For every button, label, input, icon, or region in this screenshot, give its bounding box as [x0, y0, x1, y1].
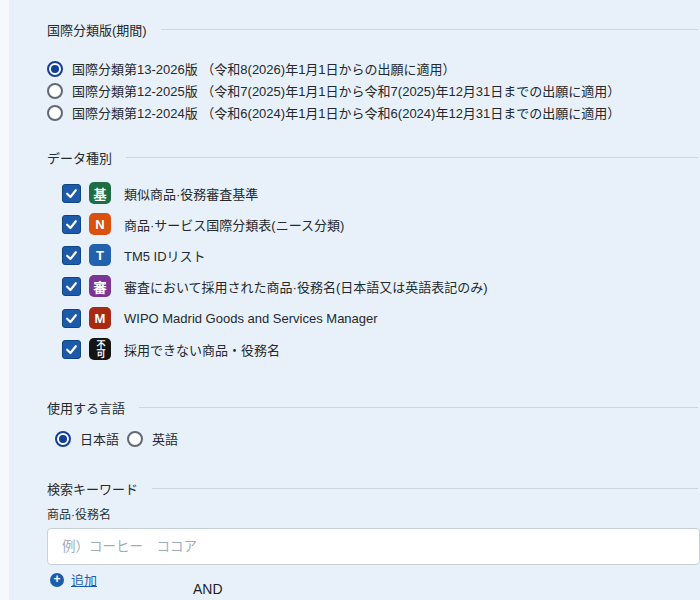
section-divider	[152, 488, 698, 489]
section-title-classification: 国際分類版(期間)	[47, 20, 698, 39]
checkbox-label: TM5 IDリスト	[124, 246, 206, 265]
left-edge-strip	[0, 0, 9, 600]
goods-services-input[interactable]	[47, 528, 700, 565]
section-divider	[139, 407, 698, 408]
classification-option-2026[interactable]: 国際分類第13-2026版 （令和8(2026)年1月1日からの出願に適用）	[47, 59, 456, 78]
data-type-row-similar-goods[interactable]: 基 類似商品·役務審査基準	[62, 182, 258, 204]
radio-label: 国際分類第12-2024版 （令和6(2024)年1月1日から令和6(2024)…	[72, 103, 620, 122]
classification-option-2024[interactable]: 国際分類第12-2024版 （令和6(2024)年1月1日から令和6(2024)…	[47, 103, 620, 122]
radio-label: 国際分類第13-2026版 （令和8(2026)年1月1日からの出願に適用）	[72, 59, 456, 78]
data-type-row-not-adoptable[interactable]: 不可 採用できない商品・役務名	[62, 338, 280, 360]
checkbox-checked[interactable]	[62, 309, 81, 328]
section-title-text: 使用する言語	[47, 398, 125, 417]
section-divider	[126, 157, 698, 158]
radio-button[interactable]	[47, 105, 63, 121]
section-title-data-type: データ種別	[47, 148, 698, 167]
add-link-label: 追加	[71, 570, 97, 589]
radio-button-selected[interactable]	[55, 431, 71, 447]
radio-label: 英語	[152, 429, 178, 448]
check-icon	[65, 187, 78, 200]
section-divider	[161, 29, 698, 30]
data-type-badge-icon: 基	[89, 182, 111, 204]
data-type-badge-icon: N	[89, 213, 111, 235]
checkbox-checked[interactable]	[62, 277, 81, 296]
check-icon	[65, 280, 78, 293]
data-type-row-nice-classification[interactable]: N 商品·サービス国際分類表(ニース分類)	[62, 213, 344, 235]
data-type-row-wipo-madrid[interactable]: M WIPO Madrid Goods and Services Manager	[62, 307, 378, 329]
checkbox-checked[interactable]	[62, 246, 81, 265]
checkbox-checked[interactable]	[62, 340, 81, 359]
section-title-text: 検索キーワード	[47, 479, 138, 498]
data-type-badge-icon: 不可	[89, 338, 111, 360]
checkbox-checked[interactable]	[62, 184, 81, 203]
and-operator-label: AND	[193, 581, 223, 597]
checkbox-label: 類似商品·役務審査基準	[124, 184, 258, 203]
checkbox-checked[interactable]	[62, 215, 81, 234]
checkbox-label: 採用できない商品・役務名	[124, 340, 280, 359]
radio-button[interactable]	[127, 431, 143, 447]
radio-label: 国際分類第12-2025版 （令和7(2025)年1月1日から令和7(2025)…	[72, 81, 620, 100]
check-icon	[65, 312, 78, 325]
section-title-text: 国際分類版(期間)	[47, 20, 147, 39]
checkbox-label: WIPO Madrid Goods and Services Manager	[124, 311, 378, 326]
classification-option-2025[interactable]: 国際分類第12-2025版 （令和7(2025)年1月1日から令和7(2025)…	[47, 81, 620, 100]
data-type-badge-icon: M	[89, 307, 111, 329]
radio-button-selected[interactable]	[47, 61, 63, 77]
check-icon	[65, 218, 78, 231]
language-option-english[interactable]: 英語	[127, 429, 178, 448]
section-title-language: 使用する言語	[47, 398, 698, 417]
plus-circle-icon: +	[50, 573, 64, 587]
radio-button[interactable]	[47, 83, 63, 99]
checkbox-label: 商品·サービス国際分類表(ニース分類)	[124, 215, 344, 234]
check-icon	[65, 249, 78, 262]
section-title-text: データ種別	[47, 148, 112, 167]
data-type-row-tm5-id-list[interactable]: T TM5 IDリスト	[62, 244, 206, 266]
add-keyword-link[interactable]: + 追加	[50, 570, 97, 589]
data-type-badge-icon: T	[89, 244, 111, 266]
radio-label: 日本語	[80, 429, 119, 448]
checkbox-label: 審査において採用された商品·役務名(日本語又は英語表記のみ)	[124, 277, 488, 296]
data-type-badge-icon: 審	[89, 275, 111, 297]
section-title-keyword: 検索キーワード	[47, 479, 698, 498]
goods-services-field-label: 商品·役務名	[47, 505, 111, 522]
language-option-japanese[interactable]: 日本語	[55, 429, 119, 448]
data-type-row-examination-adopted[interactable]: 審 審査において採用された商品·役務名(日本語又は英語表記のみ)	[62, 275, 488, 297]
check-icon	[65, 343, 78, 356]
